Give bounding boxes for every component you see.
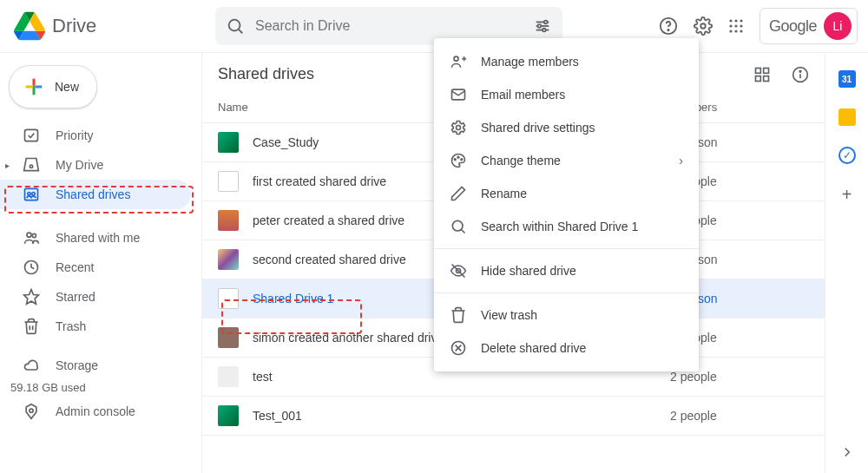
svg-point-44 (454, 159, 456, 161)
drive-row[interactable]: Test_0012 people (202, 396, 825, 436)
svg-point-5 (544, 21, 548, 24)
svg-point-25 (32, 193, 35, 195)
email-icon (450, 86, 467, 103)
sidebar-item-trash[interactable]: Trash (0, 312, 191, 341)
chevron-right-icon: › (679, 154, 683, 168)
menu-delete-shared-drive[interactable]: Delete shared drive (434, 332, 699, 365)
svg-rect-35 (764, 76, 769, 81)
keep-icon[interactable] (838, 108, 856, 126)
logo[interactable]: Drive (14, 10, 215, 42)
sidebar-item-admin[interactable]: Admin console (0, 394, 191, 429)
info-icon[interactable] (792, 66, 809, 83)
gear-icon (450, 119, 467, 136)
trash-icon (450, 306, 467, 324)
menu-rename[interactable]: Rename (434, 177, 699, 210)
svg-point-27 (32, 233, 36, 237)
svg-marker-29 (24, 290, 39, 305)
members-icon (450, 53, 467, 70)
svg-rect-34 (756, 76, 761, 81)
drive-icon (218, 288, 239, 309)
drive-icon (218, 249, 239, 270)
menu-search-within[interactable]: Search within Shared Drive 1 (434, 210, 699, 243)
palette-icon (450, 152, 467, 169)
expand-panel-icon[interactable] (839, 444, 855, 463)
sidebar-item-priority[interactable]: Priority (0, 121, 191, 150)
svg-point-16 (740, 24, 742, 27)
trash-icon (23, 318, 40, 335)
new-button[interactable]: New (9, 65, 97, 108)
sidebar: New Priority ▸ My Drive Shared drives Sh… (0, 52, 201, 473)
svg-point-12 (734, 19, 737, 22)
recent-icon (23, 259, 40, 276)
drive-icon (218, 132, 239, 153)
storage-used-text: 59.18 GB used (0, 381, 191, 394)
apps-grid-icon[interactable] (728, 18, 744, 34)
new-label: New (55, 80, 79, 94)
grid-view-icon[interactable] (753, 66, 771, 83)
svg-point-17 (729, 30, 732, 32)
delete-icon (450, 339, 467, 357)
svg-point-13 (740, 19, 742, 22)
svg-point-45 (457, 156, 459, 158)
menu-manage-members[interactable]: Manage members (434, 45, 699, 78)
my-drive-icon (23, 156, 40, 174)
menu-hide-shared-drive[interactable]: Hide shared drive (434, 254, 699, 287)
sidebar-item-my-drive[interactable]: ▸ My Drive (0, 150, 191, 180)
svg-point-11 (729, 19, 732, 22)
chevron-right-icon: ▸ (5, 161, 10, 170)
svg-point-22 (30, 165, 32, 168)
sidebar-item-storage[interactable]: Storage (0, 350, 191, 381)
google-label: Google (769, 17, 817, 36)
drive-icon (218, 210, 239, 231)
svg-rect-32 (756, 68, 761, 73)
search-input[interactable] (255, 18, 533, 34)
pencil-icon (450, 185, 467, 202)
svg-point-26 (27, 233, 31, 237)
svg-rect-23 (25, 188, 38, 200)
account-box[interactable]: Google Li (760, 8, 858, 44)
drive-icon (218, 171, 239, 192)
menu-separator (434, 292, 699, 293)
svg-point-7 (542, 29, 546, 32)
tasks-icon[interactable]: ✓ (838, 147, 856, 164)
svg-point-6 (538, 24, 542, 28)
search-icon (226, 16, 245, 36)
menu-view-trash[interactable]: View trash (434, 299, 699, 332)
avatar[interactable]: Li (824, 12, 852, 40)
drive-icon (218, 366, 239, 387)
menu-shared-drive-settings[interactable]: Shared drive settings (434, 111, 699, 144)
sidebar-item-shared-with-me[interactable]: Shared with me (0, 223, 191, 253)
search-filter-icon[interactable] (533, 16, 552, 36)
svg-rect-20 (25, 129, 38, 141)
drive-icon (218, 327, 239, 348)
menu-change-theme[interactable]: Change theme› (434, 144, 699, 177)
cloud-icon (23, 357, 40, 374)
svg-point-43 (457, 126, 461, 130)
svg-point-19 (740, 30, 742, 32)
shared-drives-icon (23, 186, 40, 203)
svg-point-10 (700, 23, 706, 29)
menu-email-members[interactable]: Email members (434, 78, 699, 111)
drive-icon (218, 405, 239, 426)
menu-separator (434, 248, 699, 249)
calendar-icon[interactable]: 31 (838, 70, 856, 88)
svg-point-38 (799, 70, 801, 72)
help-icon[interactable] (659, 16, 678, 36)
svg-point-39 (454, 56, 458, 61)
plus-icon (22, 75, 46, 99)
shared-with-me-icon (23, 229, 40, 246)
add-addon-icon[interactable]: + (842, 185, 852, 205)
sidebar-item-shared-drives[interactable]: Shared drives (0, 180, 191, 209)
settings-icon[interactable] (694, 16, 713, 36)
priority-icon (23, 127, 40, 144)
sidebar-item-recent[interactable]: Recent (0, 253, 191, 282)
right-sidebar: 31 ✓ + (825, 53, 868, 473)
svg-point-47 (452, 220, 463, 231)
svg-marker-30 (26, 404, 36, 419)
page-title: Shared drives (218, 65, 314, 83)
svg-point-0 (229, 20, 240, 31)
sidebar-item-starred[interactable]: Starred (0, 282, 191, 312)
svg-line-48 (462, 230, 465, 233)
svg-point-14 (729, 24, 732, 27)
app-name: Drive (52, 15, 96, 37)
